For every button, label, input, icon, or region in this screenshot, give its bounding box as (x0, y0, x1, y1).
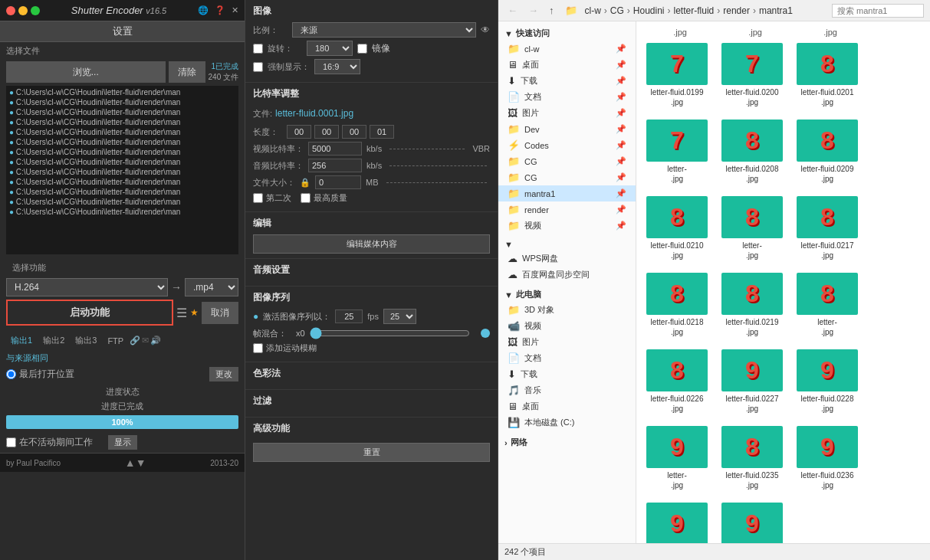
file-item-0200[interactable]: 7 letter-fluid.0200.jpg (718, 40, 787, 110)
second-pass-checkbox[interactable] (253, 193, 263, 203)
sidebar-item-3d[interactable]: 📁 3D 对象 (498, 302, 636, 318)
close-x-icon[interactable]: ✕ (232, 5, 238, 15)
list-icon[interactable]: ☰ (176, 306, 187, 320)
best-quality-option[interactable]: 最高质量 (301, 192, 347, 204)
tab-ftp[interactable]: FTP (103, 335, 128, 347)
force-checkbox[interactable] (253, 62, 263, 72)
file-item-extra5[interactable]: 9 letter-.jpg (718, 499, 787, 543)
list-item[interactable]: C:\Users\cl-w\CG\Houdini\letter-fluid\re… (8, 127, 237, 137)
file-item-0209[interactable]: 8 letter-fluid.0209.jpg (793, 116, 862, 187)
sidebar-item-desktop2[interactable]: 🖥 桌面 (498, 398, 636, 414)
back-button[interactable]: ← (504, 3, 521, 18)
maximize-button[interactable] (31, 6, 40, 15)
edit-media-button[interactable]: 编辑媒体内容 (253, 234, 490, 254)
sidebar-item-dl2[interactable]: ⬇ 下载 (498, 366, 636, 382)
list-item[interactable]: C:\Users\cl-w\CG\Houdini\letter-fluid\re… (8, 207, 237, 217)
up-button[interactable]: ↑ (546, 3, 557, 18)
force-dropdown[interactable]: 16:9 (314, 59, 360, 74)
sidebar-item-baidu[interactable]: ☁ 百度网盘同步空间 (498, 267, 636, 283)
file-item-0235[interactable]: 8 letter-fluid.0235.jpg (718, 423, 787, 493)
list-item[interactable]: C:\Users\cl-w\CG\Houdini\letter-fluid\re… (8, 157, 237, 167)
tab-email[interactable]: ✉ (142, 336, 149, 345)
file-item-0237[interactable]: 9 letter-fluid.0237.jpg (642, 499, 711, 543)
file-item-0227[interactable]: 9 letter-fluid.0227.jpg (718, 346, 787, 417)
sidebar-item-dev[interactable]: 📁 Dev 📌 (498, 121, 636, 137)
help-icon[interactable]: ❓ (215, 5, 225, 15)
list-item[interactable]: C:\Users\cl-w\CG\Houdini\letter-fluid\re… (8, 87, 237, 97)
fps-input[interactable] (335, 309, 363, 323)
breadcrumb-clw[interactable]: cl-w (585, 5, 601, 16)
mirror-checkbox[interactable] (357, 44, 367, 54)
sidebar-item-render[interactable]: 📁 render 📌 (498, 201, 636, 218)
inactive-work-option[interactable]: 在不活动期间工作 (6, 436, 93, 449)
output-dropdown[interactable]: .mp4 (185, 278, 238, 296)
list-item[interactable]: C:\Users\cl-w\CG\Houdini\letter-fluid\re… (8, 97, 237, 107)
list-item[interactable]: C:\Users\cl-w\CG\Houdini\letter-fluid\re… (8, 137, 237, 147)
audio-rate-input[interactable] (308, 159, 362, 172)
reset-button[interactable]: 重置 (253, 443, 490, 462)
breadcrumb-houdini[interactable]: Houdini (633, 5, 665, 16)
breadcrumb-cg[interactable]: CG (610, 5, 624, 16)
file-item-extra4[interactable]: 9 letter-.jpg (642, 423, 711, 493)
search-input[interactable] (832, 4, 924, 18)
file-item-0201[interactable]: 8 letter-fluid.0201.jpg (793, 40, 862, 110)
second-pass-option[interactable]: 第二次 (253, 192, 291, 204)
sidebar-item-clw[interactable]: 📁 cl-w 📌 (498, 41, 636, 57)
breadcrumb-mantra1[interactable]: mantra1 (759, 5, 793, 16)
duration-sec[interactable] (342, 125, 366, 139)
sidebar-item-codes[interactable]: ⚡ Codes 📌 (498, 137, 636, 153)
display-button[interactable]: 显示 (108, 435, 137, 450)
list-item[interactable]: C:\Users\cl-w\CG\Houdini\letter-fluid\re… (8, 107, 237, 117)
breadcrumb-render[interactable]: render (723, 5, 750, 16)
list-item[interactable]: C:\Users\cl-w\CG\Houdini\letter-fluid\re… (8, 117, 237, 127)
file-item-0217[interactable]: 8 letter-fluid.0217.jpg (793, 193, 862, 264)
star-icon[interactable]: ★ (190, 307, 199, 318)
list-item[interactable]: C:\Users\cl-w\CG\Houdini\letter-fluid\re… (8, 197, 237, 207)
format-dropdown[interactable]: H.264 (6, 278, 168, 296)
best-quality-checkbox[interactable] (301, 193, 311, 203)
duration-min[interactable] (314, 125, 339, 139)
file-item-0226[interactable]: 8 letter-fluid.0226.jpg (642, 346, 711, 417)
sidebar-item-download[interactable]: ⬇ 下载 📌 (498, 73, 636, 89)
motion-blur-checkbox[interactable] (253, 343, 263, 353)
sidebar-item-cg2[interactable]: 📁 CG 📌 (498, 169, 636, 185)
file-item-0228[interactable]: 9 letter-fluid.0228.jpg (793, 346, 862, 417)
tab-we[interactable]: 🔗 (130, 336, 140, 345)
fps-dropdown[interactable]: 25 (383, 309, 416, 324)
start-button[interactable]: 启动功能 (6, 300, 173, 326)
sidebar-item-video2[interactable]: 📹 视频 (498, 318, 636, 334)
file-item-0210[interactable]: 8 letter-fluid.0210.jpg (642, 193, 711, 264)
tab-output3[interactable]: 输出3 (71, 333, 101, 348)
rotation-checkbox[interactable] (253, 44, 263, 54)
minimize-button[interactable] (18, 6, 28, 15)
duration-frame[interactable] (370, 125, 394, 139)
file-list[interactable]: C:\Users\cl-w\CG\Houdini\letter-fluid\re… (6, 86, 238, 254)
last-open-option[interactable]: 最后打开位置 (6, 368, 74, 381)
sidebar-item-pics2[interactable]: 🖼 图片 (498, 334, 636, 350)
rotation-dropdown[interactable]: 180 (307, 41, 353, 56)
blend-slider[interactable] (310, 327, 470, 339)
sidebar-item-video[interactable]: 📁 视频 📌 (498, 218, 636, 234)
tab-output1[interactable]: 输出1 (6, 333, 37, 348)
clear-button[interactable]: 清除 (169, 61, 205, 83)
sidebar-item-docs2[interactable]: 📄 文档 (498, 350, 636, 366)
footer-nav[interactable]: ▲▼ (125, 457, 146, 469)
list-item[interactable]: C:\Users\cl-w\CG\Houdini\letter-fluid\re… (8, 167, 237, 177)
tab-output2[interactable]: 输出2 (38, 333, 69, 348)
cancel-button[interactable]: 取消 (202, 302, 238, 324)
breadcrumb-letterfluid[interactable]: letter-fluid (674, 5, 715, 16)
browse-button[interactable]: 浏览... (6, 61, 166, 83)
file-item-0199[interactable]: 7 letter-fluid.0199.jpg (642, 40, 711, 110)
sidebar-item-wps[interactable]: ☁ WPS网盘 (498, 251, 636, 267)
sidebar-item-music[interactable]: 🎵 音乐 (498, 382, 636, 398)
file-item-0218[interactable]: 8 letter-fluid.0218.jpg (642, 270, 711, 340)
list-item[interactable]: C:\Users\cl-w\CG\Houdini\letter-fluid\re… (8, 177, 237, 187)
sidebar-item-cg1[interactable]: 📁 CG 📌 (498, 153, 636, 169)
file-item-0208[interactable]: 8 letter-fluid.0208.jpg (718, 116, 787, 187)
file-item-0236[interactable]: 9 letter-fluid.0236.jpg (793, 423, 862, 493)
size-input[interactable] (315, 175, 361, 189)
tab-audio[interactable]: 🔊 (150, 336, 161, 345)
forward-button[interactable]: → (525, 3, 541, 18)
sidebar-item-local-disk[interactable]: 💾 本地磁盘 (C:) (498, 414, 636, 431)
file-item-0219[interactable]: 8 letter-fluid.0219.jpg (718, 270, 787, 340)
